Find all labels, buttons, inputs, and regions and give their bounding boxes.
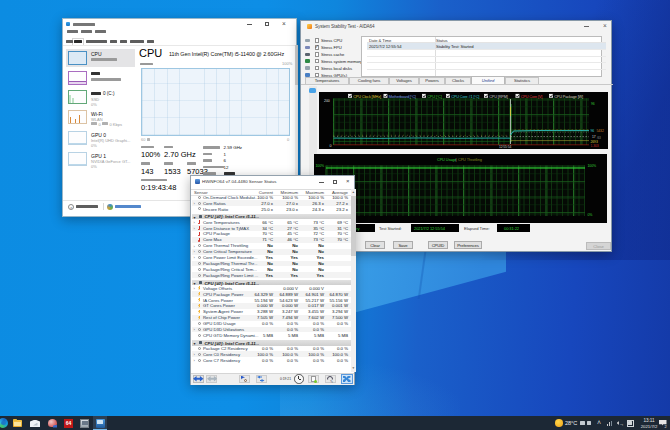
svg-text:Motherboard [°C]: Motherboard [°C]	[388, 94, 415, 98]
svg-text:1.303: 1.303	[590, 144, 598, 148]
svg-text:100%: 100%	[316, 164, 325, 168]
svg-text:200: 200	[324, 98, 330, 102]
svg-text:CPU Clock [MHz]: CPU Clock [MHz]	[353, 94, 381, 98]
svg-text:12:55:54: 12:55:54	[499, 145, 511, 149]
svg-text:CPU [°C]: CPU [°C]	[427, 94, 442, 98]
svg-text:CPU Package [W]: CPU Package [W]	[554, 94, 583, 98]
svg-text:CPU Usage: CPU Usage	[437, 158, 456, 162]
svg-text:|: |	[456, 158, 457, 162]
svg-text:100%: 100%	[588, 164, 597, 168]
svg-text:17: 17	[592, 134, 596, 138]
svg-text:2693: 2693	[590, 139, 597, 143]
svg-text:CPU Core #1 [°C]: CPU Core #1 [°C]	[451, 94, 479, 98]
svg-text:CPU [RPM]: CPU [RPM]	[489, 94, 508, 98]
svg-text:CPU Core [V]: CPU Core [V]	[520, 94, 542, 98]
svg-text:96: 96	[590, 129, 594, 133]
svg-text:CPU Throttling: CPU Throttling	[458, 158, 482, 162]
svg-text:96: 96	[591, 102, 595, 106]
svg-text:0%: 0%	[588, 213, 593, 217]
svg-text:5432: 5432	[596, 129, 603, 133]
svg-text:0: 0	[329, 143, 331, 147]
